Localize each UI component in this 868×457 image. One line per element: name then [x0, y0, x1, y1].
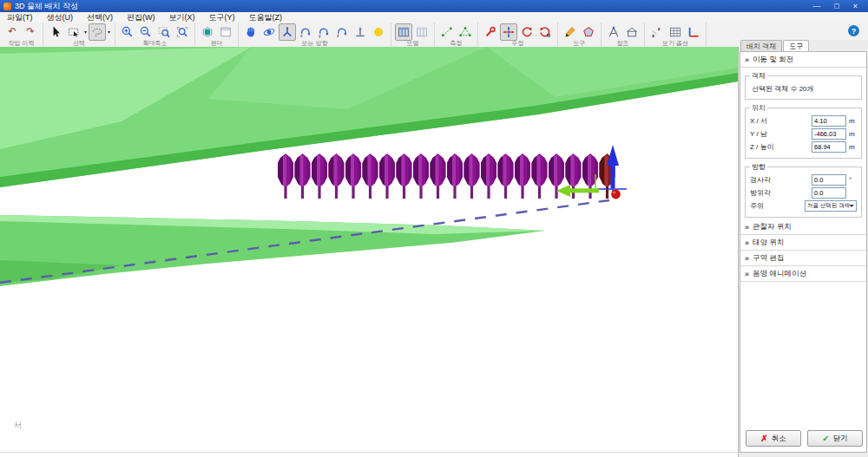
tree[interactable] [345, 153, 361, 199]
app-icon [3, 3, 11, 10]
tree[interactable] [295, 153, 311, 199]
viewport-canvas[interactable] [0, 47, 738, 450]
help-button[interactable]: ? [848, 25, 859, 36]
viewport[interactable]: 서 [0, 47, 739, 457]
tree[interactable] [498, 153, 514, 199]
measure-line-icon[interactable] [438, 23, 456, 41]
gizmo-x-arrow[interactable] [556, 185, 570, 197]
menu-item-3[interactable]: 편집(W) [120, 12, 162, 23]
tree[interactable] [447, 153, 463, 199]
section-move-rotate[interactable]: » 이동 및 회전 [740, 52, 866, 68]
sun-icon[interactable] [370, 23, 387, 41]
tree[interactable] [532, 153, 548, 199]
menu-item-1[interactable]: 생성(U) [40, 12, 81, 23]
panel-card: » 이동 및 회전 객체 선택된 객체 수 20개 위치 X / 서mY / 남… [740, 51, 867, 453]
rotate-ccw-icon[interactable] [518, 23, 536, 41]
xyz-icon[interactable]: zx [648, 23, 666, 41]
model-grid-on-icon[interactable] [395, 23, 412, 41]
tree[interactable] [481, 153, 496, 199]
position-row-0: X / 서m [750, 115, 857, 127]
top-view-icon[interactable] [352, 23, 369, 41]
menu-item-0[interactable]: 파일(T) [0, 12, 40, 23]
render-3d-icon[interactable] [199, 23, 216, 41]
gizmo-x-arrow-shaft[interactable] [570, 188, 599, 193]
chevron-icon: » [745, 223, 749, 232]
toolbar-group-2: 확대축소 [115, 23, 195, 47]
pan-hand-icon[interactable] [242, 23, 260, 41]
direction-input-0[interactable] [812, 174, 846, 186]
collapsed-section-0[interactable]: »관찰자 위치 [740, 219, 866, 235]
tree[interactable] [397, 153, 412, 199]
toolbar-group-label: 보는 방향 [242, 40, 387, 47]
tree[interactable] [379, 153, 395, 199]
position-unit-1: m [849, 130, 857, 138]
zoom-in-icon[interactable] [119, 23, 136, 41]
rotate-x-icon[interactable]: x [297, 23, 314, 41]
compass-icon[interactable] [605, 23, 622, 41]
lasso-select-icon[interactable] [89, 23, 106, 41]
polygon-icon[interactable] [580, 23, 597, 41]
close-dialog-button[interactable]: ✓ 닫기 [807, 430, 863, 447]
tree[interactable] [431, 153, 446, 199]
compass-west-label: 서 [14, 420, 22, 431]
tree[interactable] [363, 153, 378, 199]
render-flat-icon[interactable] [217, 23, 234, 41]
rect-select-dropdown-caret[interactable]: ▾ [84, 29, 87, 35]
direction-label-1: 방위각 [750, 188, 812, 198]
tree[interactable] [413, 153, 429, 199]
model-grid-off-icon[interactable] [413, 23, 431, 41]
tab-tools[interactable]: 도구 [783, 40, 809, 51]
cancel-button[interactable]: ✗ 취소 [746, 430, 801, 447]
tree[interactable] [515, 153, 530, 199]
position-unit-2: m [849, 143, 857, 151]
tree[interactable] [329, 153, 345, 199]
rotate-z-icon[interactable]: z [333, 23, 351, 41]
chevron-icon: » [745, 254, 749, 263]
pivot-select[interactable]: 처음 선택된 객체 [805, 200, 857, 212]
collapsed-section-1[interactable]: »태양 위치 [740, 235, 866, 251]
position-input-1[interactable] [812, 128, 846, 140]
pivot-select-value: 처음 선택된 객체 [807, 202, 850, 210]
axis-corner-icon[interactable] [685, 23, 702, 41]
toolbar-group-label: 선택 [47, 40, 111, 47]
zoom-out-icon[interactable] [137, 23, 155, 41]
measure-area-icon[interactable] [457, 23, 474, 41]
tab-placement-object[interactable]: 배치 객체 [740, 40, 782, 51]
menu-item-2[interactable]: 선택(V) [80, 12, 120, 23]
direction-unit-0: ° [849, 176, 857, 184]
close-button-label: 닫기 [833, 434, 848, 444]
collapsed-section-3[interactable]: »음영 애니메이션 [740, 266, 866, 282]
collapsed-section-2[interactable]: »구역 편집 [740, 251, 866, 266]
undo-icon[interactable]: ↶ [3, 23, 21, 41]
maximize-button[interactable]: □ [834, 3, 838, 10]
tree[interactable] [464, 153, 480, 199]
axis-view-icon[interactable] [279, 23, 296, 41]
tree[interactable] [312, 153, 327, 199]
rect-select-icon[interactable] [65, 23, 82, 41]
grid-table-icon[interactable] [667, 23, 684, 41]
menu-item-5[interactable]: 도구(Y) [202, 12, 242, 23]
cursor-icon[interactable] [47, 23, 64, 41]
minimize-button[interactable]: — [812, 3, 820, 10]
tree[interactable] [278, 153, 293, 199]
position-input-0[interactable] [812, 115, 846, 127]
move-icon[interactable] [500, 23, 517, 41]
zoom-extents-icon[interactable] [174, 23, 191, 41]
gizmo-origin-sphere[interactable] [611, 190, 621, 199]
orbit-icon[interactable] [260, 23, 278, 41]
redo-icon[interactable]: ↷ [22, 23, 39, 41]
pencil-icon[interactable] [562, 23, 579, 41]
zoom-region-icon[interactable] [155, 23, 173, 41]
direction-input-1[interactable] [812, 187, 846, 199]
terrain-island[interactable] [0, 215, 545, 286]
wrench-icon[interactable] [482, 23, 499, 41]
menu-item-6[interactable]: 도움말(Z) [242, 12, 290, 23]
position-input-2[interactable] [812, 141, 846, 153]
menu-item-4[interactable]: 보기(X) [162, 12, 202, 23]
reference-box-icon[interactable] [623, 23, 641, 41]
rotate-y-icon[interactable]: y [315, 23, 332, 41]
rotate-cw-icon[interactable] [536, 23, 554, 41]
close-button[interactable]: × [853, 3, 858, 10]
lasso-select-dropdown-caret[interactable]: ▾ [108, 29, 110, 35]
collapsed-section-title-1: 태양 위치 [753, 238, 784, 248]
